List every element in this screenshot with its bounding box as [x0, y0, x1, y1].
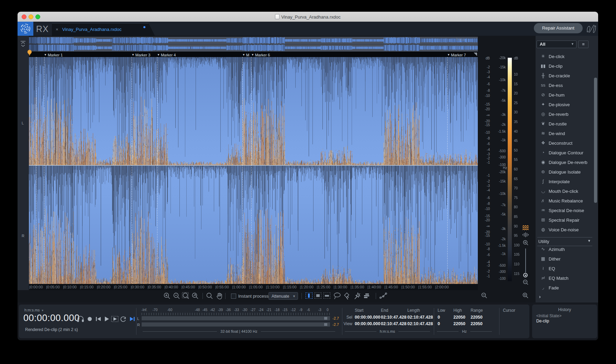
module-item-mouth-de-click[interactable]: ◡Mouth De-click — [536, 187, 594, 196]
go-to-start-button[interactable] — [95, 316, 102, 322]
play-button[interactable] — [103, 316, 111, 322]
module-item-music-rebalance[interactable]: ♬Music Rebalance — [536, 197, 594, 206]
amp-scale-tick: -∞ — [480, 224, 490, 228]
module-filter-select[interactable]: All▼ — [537, 41, 576, 48]
time-selection-tool[interactable] — [306, 293, 312, 299]
zoom-in-icon[interactable] — [163, 292, 171, 300]
loop-button[interactable] — [120, 316, 128, 322]
time-frequency-selection-tool[interactable] — [315, 293, 321, 299]
module-label: De-reverb — [549, 112, 569, 117]
marker-flag[interactable]: ▼M — [242, 52, 249, 57]
overview-minimap[interactable] — [29, 37, 478, 52]
monitor-headphones-icon[interactable] — [77, 316, 84, 322]
module-item-de-crackle[interactable]: ╫De-crackle — [536, 71, 594, 80]
module-item-de-plosive[interactable]: ✦De-plosive — [536, 100, 594, 109]
module-item-de-wind[interactable]: ≋De-wind — [536, 129, 594, 138]
module-list-scrollbar[interactable] — [594, 78, 597, 203]
marker-bar[interactable]: ▼Marker 1▼Marker 3▼Marker 4▼M▼Marker 6▼M… — [29, 52, 478, 57]
zoom-selection-icon[interactable] — [182, 292, 189, 300]
eq-match-icon: ≓ — [540, 275, 546, 280]
time-format-label[interactable]: h:m:s.ms▼ — [24, 308, 44, 312]
module-item-voice-de-noise[interactable]: ◍Voice De-noise — [536, 225, 594, 234]
module-label: Music Rebalance — [549, 198, 583, 203]
frequency-selection-tool[interactable] — [323, 293, 330, 299]
hand-tool-icon[interactable] — [216, 292, 223, 300]
legend-tick: 75 — [514, 196, 524, 200]
marker-triangle-icon: ▼ — [242, 53, 245, 56]
marker-flag[interactable]: ▼Marker 4 — [157, 52, 176, 57]
find-icon[interactable] — [206, 292, 213, 300]
module-label: De-clip — [549, 64, 562, 69]
module-menu-button[interactable]: ≡ — [578, 41, 588, 48]
transport-and-status-panel: h:m:s.ms▼ 00:00:00.000 Rendered De-clip … — [19, 305, 529, 338]
selection-time-unit: h:m:s.ms — [345, 329, 430, 333]
module-item-dialogue-isolate[interactable]: ⊜Dialogue Isolate — [536, 168, 594, 177]
history-entry[interactable]: <Initial State> — [536, 313, 561, 318]
amp-scale-tick: -20 — [480, 218, 490, 222]
tab-close-icon[interactable]: × — [56, 27, 58, 32]
lasso-tool-icon[interactable] — [333, 292, 341, 300]
module-item-azimuth[interactable]: ∿Azimuth — [536, 245, 594, 254]
waveform-view-icon[interactable] — [521, 232, 530, 238]
module-item-interpolate[interactable]: ∫Interpolate — [536, 177, 594, 186]
horizontal-zoom-in-icon[interactable] — [522, 292, 530, 300]
brush-tool-icon[interactable] — [343, 292, 351, 300]
freq-scale-tick: -1k — [492, 138, 506, 142]
module-item-eq-match[interactable]: ≓EQ Match — [536, 274, 594, 283]
marker-flag[interactable]: ▼Marker 7 — [447, 52, 466, 57]
module-item-de-clip[interactable]: ▮▮De-clip — [536, 62, 594, 71]
curve-node-tool-icon[interactable] — [379, 292, 387, 300]
module-item-de-reverb[interactable]: ◎De-reverb — [536, 110, 594, 119]
find-similar-icon[interactable] — [363, 292, 371, 300]
process-mode-select[interactable]: Attenuate▼ — [268, 292, 298, 300]
playhead-time-display[interactable]: 00:00:00.000 — [23, 313, 80, 323]
go-to-end-button[interactable] — [129, 316, 136, 322]
marker-bar-handle-icon[interactable] — [474, 53, 477, 56]
instant-process-checkbox[interactable] — [231, 294, 236, 299]
repair-assistant-button[interactable]: Repair Assistant — [534, 23, 583, 33]
spectrogram-canvas[interactable] — [29, 57, 478, 284]
zoom-out-vertical-icon[interactable] — [521, 279, 530, 285]
vertical-zoom-knob[interactable] — [523, 273, 528, 277]
collapse-overview-icon[interactable] — [20, 41, 26, 49]
module-item-spectral-repair[interactable]: ⊞Spectral Repair — [536, 216, 594, 225]
module-item-de-hum[interactable]: ⊘De-hum — [536, 91, 594, 100]
magic-wand-icon[interactable] — [354, 292, 361, 300]
vertical-zoom-slider[interactable] — [525, 249, 526, 273]
module-item-eq[interactable]: ≀EQ — [536, 264, 594, 273]
amp-scale-tick: -15 — [480, 123, 490, 127]
panel-divider — [136, 308, 136, 335]
timeline-label: |0:35:00 — [147, 285, 161, 289]
marker-flag[interactable]: ▼Marker 6 — [251, 52, 270, 57]
document-tab[interactable]: × Vinay_Purva_Aradhana.rxdoc — [52, 23, 155, 36]
module-label: De-click — [549, 54, 564, 59]
horizontal-zoom-out-icon[interactable] — [481, 292, 488, 300]
module-item-dialogue-de-reverb[interactable]: ◉Dialogue De-reverb — [536, 158, 594, 167]
spectrogram-view-icon[interactable] — [521, 225, 530, 231]
marker-flag[interactable]: ▼Marker 1 — [44, 52, 63, 57]
module-item-spectral-de-noise[interactable]: ♒Spectral De-noise — [536, 206, 594, 215]
play-selection-button[interactable] — [111, 316, 119, 322]
channel-label-left: L — [22, 121, 24, 125]
module-item-de-rustle[interactable]: ❦De-rustle — [536, 120, 594, 129]
module-item-dither[interactable]: ▦Dither — [536, 255, 594, 264]
playhead-balloon-icon[interactable] — [27, 49, 32, 56]
marker-flag[interactable]: ▼Marker 3 — [132, 52, 150, 57]
history-entry-current[interactable]: De-clip — [536, 319, 549, 323]
more-modules-chevron[interactable]: › — [539, 294, 541, 299]
zoom-fit-icon[interactable] — [191, 292, 199, 300]
module-item-fade[interactable]: ◞Fade — [536, 284, 594, 293]
legend-tick: 85 — [514, 215, 524, 219]
selection-value: 02:10:47.428 — [381, 321, 406, 326]
zoom-out-icon[interactable] — [173, 292, 180, 300]
module-item-dialogue-contour[interactable]: ◔Dialogue Contour — [536, 148, 594, 157]
legend-tick: 15 — [514, 82, 524, 86]
module-item-de-ess[interactable]: ssDe-ess — [536, 81, 594, 90]
timeline-ruler[interactable]: |0:00:00|0:05:00|0:10:00|0:15:00|0:20:00… — [29, 284, 478, 290]
record-button[interactable] — [87, 316, 94, 322]
amp-scale-tick: -2 — [480, 179, 490, 183]
zoom-in-vertical-icon[interactable] — [521, 240, 530, 246]
module-item-deconstruct[interactable]: ❖Deconstruct — [536, 139, 594, 148]
module-item-de-click[interactable]: ✳De-click — [536, 52, 594, 61]
module-label: Dither — [549, 256, 561, 262]
